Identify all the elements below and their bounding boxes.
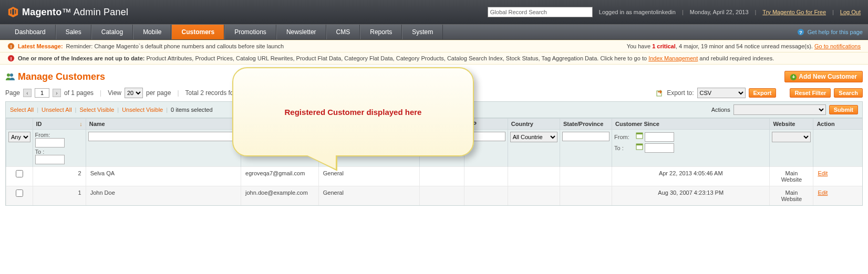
unselect-visible-link[interactable]: Unselect Visible — [122, 107, 163, 113]
cell-email: john.doe@example.com — [241, 186, 319, 206]
warning-icon: ! — [7, 43, 15, 50]
filter-to-label: To : — [35, 149, 55, 155]
cell-country — [508, 186, 560, 206]
index-management-link[interactable]: Index Management — [648, 55, 698, 61]
customers-grid: ID↓ Name Email Group Telephone ZIP Count… — [5, 118, 863, 206]
filter-id-to[interactable] — [35, 155, 65, 164]
col-state[interactable]: State/Province — [560, 119, 612, 130]
nav-help-link[interactable]: ? Get help for this page — [797, 25, 863, 39]
edit-link[interactable]: Edit — [818, 189, 828, 196]
header-row: ID↓ Name Email Group Telephone ZIP Count… — [6, 119, 863, 130]
cell-zip — [464, 186, 508, 206]
help-icon: ? — [797, 28, 804, 36]
col-email[interactable]: Email — [241, 119, 319, 130]
export-format-select[interactable]: CSV — [697, 88, 746, 98]
filter-zip[interactable] — [467, 132, 505, 141]
header-right: Logged in as magentolinkedin | Monday, A… — [488, 7, 861, 17]
page-label: Page — [5, 89, 20, 97]
filter-since-to-label: To : — [614, 145, 634, 151]
nav-catalog[interactable]: Catalog — [91, 25, 133, 39]
col-check[interactable] — [6, 119, 33, 130]
cell-state — [560, 167, 612, 186]
svg-text:!: ! — [10, 44, 12, 49]
search-button[interactable]: Search — [834, 88, 863, 98]
filter-id-from[interactable] — [35, 138, 65, 147]
export-area: Export to: CSV Export Reset Filter Searc… — [656, 88, 863, 98]
filter-any-select[interactable]: Any — [8, 132, 30, 142]
filter-group-select[interactable] — [321, 132, 417, 142]
per-page-select[interactable]: 20 — [125, 88, 143, 98]
cell-name: John Doe — [86, 186, 241, 206]
cell-state — [560, 186, 612, 206]
header-date: Monday, April 22, 2013 — [690, 9, 749, 15]
nav-mobile[interactable]: Mobile — [133, 25, 171, 39]
nav-customers[interactable]: Customers — [171, 25, 224, 39]
filter-email[interactable] — [243, 132, 316, 141]
filter-name[interactable] — [88, 132, 239, 141]
cell-name: Selva QA — [86, 167, 241, 186]
filter-website-select[interactable] — [772, 132, 811, 142]
col-name[interactable]: Name — [86, 119, 241, 130]
global-search-input[interactable] — [488, 7, 593, 17]
prev-page-button[interactable]: ‹ — [23, 89, 32, 97]
cell-website: Main Website — [770, 186, 813, 206]
logout-link[interactable]: Log Out — [840, 9, 861, 15]
mass-submit-button[interactable]: Submit — [829, 105, 858, 114]
index-message-label: One or more of the Indexes are not up to… — [18, 55, 144, 61]
svg-text:?: ? — [799, 29, 802, 35]
col-since[interactable]: Customer Since — [612, 119, 770, 130]
admin-header: Magento™ Admin Panel Logged in as magent… — [0, 0, 868, 24]
nav-dashboard[interactable]: Dashboard — [5, 25, 56, 39]
col-telephone[interactable]: Telephone — [419, 119, 464, 130]
filter-state[interactable] — [562, 132, 609, 141]
col-country[interactable]: Country — [508, 119, 560, 130]
filter-since-to[interactable] — [645, 143, 674, 153]
cell-group: General — [318, 186, 419, 206]
select-all-link[interactable]: Select All — [10, 107, 34, 113]
reset-filter-button[interactable]: Reset Filter — [790, 88, 831, 98]
nav-cms[interactable]: CMS — [326, 25, 360, 39]
nav-system[interactable]: System — [402, 25, 443, 39]
row-checkbox[interactable] — [16, 189, 23, 197]
cell-tel — [419, 167, 464, 186]
customers-icon — [5, 72, 15, 81]
go-to-notifications-link[interactable]: Go to notifications — [814, 43, 861, 49]
col-website[interactable]: Website — [770, 119, 813, 130]
unselect-all-link[interactable]: Unselect All — [42, 107, 71, 113]
filter-from-label: From: — [35, 132, 55, 138]
of-pages-text: of 1 pages — [64, 89, 94, 97]
cell-country — [508, 167, 560, 186]
page-number-input[interactable] — [35, 88, 49, 98]
table-row[interactable]: 2 Selva QA egroveqa7@gmail.com General A… — [6, 167, 863, 186]
mass-action-row: Select All| Unselect All| Select Visible… — [5, 101, 863, 118]
export-icon — [656, 89, 664, 97]
table-row[interactable]: 1 John Doe john.doe@example.com General … — [6, 186, 863, 206]
col-group[interactable]: Group — [318, 119, 419, 130]
nav-sales[interactable]: Sales — [56, 25, 91, 39]
col-zip[interactable]: ZIP — [464, 119, 508, 130]
nav-newsletter[interactable]: Newsletter — [276, 25, 326, 39]
edit-link[interactable]: Edit — [818, 170, 828, 176]
magento-logo-icon — [7, 6, 19, 18]
svg-point-7 — [10, 73, 13, 77]
calendar-icon[interactable] — [636, 132, 643, 139]
export-button[interactable]: Export — [749, 88, 777, 98]
filter-telephone[interactable] — [422, 132, 462, 141]
logo: Magento™ Admin Panel — [7, 6, 128, 18]
col-id[interactable]: ID↓ — [33, 119, 86, 130]
nav-reports[interactable]: Reports — [360, 25, 402, 39]
filter-since-from[interactable] — [645, 132, 674, 142]
select-visible-link[interactable]: Select Visible — [79, 107, 114, 113]
filter-country-select[interactable]: All Countrie — [510, 132, 557, 142]
mass-actions-select[interactable] — [733, 104, 826, 115]
try-magento-link[interactable]: Try Magento Go for Free — [762, 9, 826, 15]
latest-message-text: Reminder: Change Magento`s default phone… — [66, 43, 284, 49]
cell-id: 1 — [33, 186, 86, 206]
nav-promotions[interactable]: Promotions — [224, 25, 276, 39]
add-new-customer-button[interactable]: Add New Customer — [784, 71, 863, 82]
main-nav: Dashboard Sales Catalog Mobile Customers… — [0, 24, 868, 40]
next-page-button[interactable]: › — [53, 89, 61, 97]
calendar-icon[interactable] — [636, 143, 643, 150]
row-checkbox[interactable] — [16, 170, 23, 177]
per-page-label: per page — [146, 89, 171, 97]
